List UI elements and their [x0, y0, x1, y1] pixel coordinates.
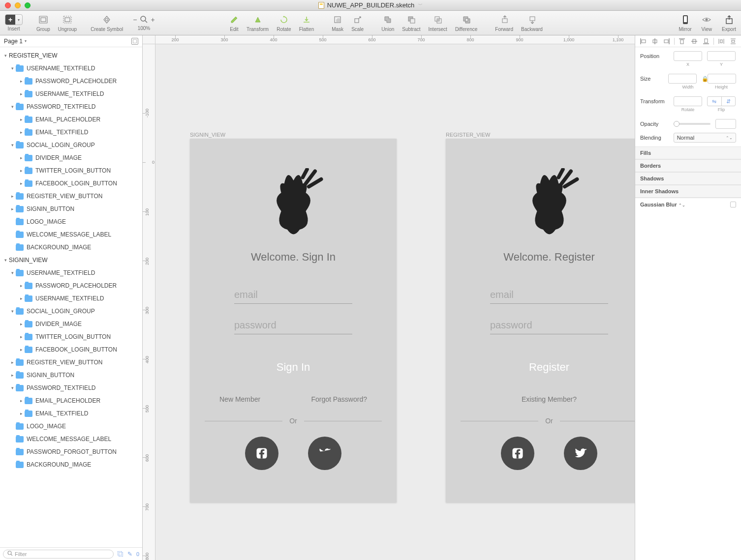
email-field[interactable]	[490, 286, 608, 304]
create-symbol-button[interactable]: Create Symbol	[86, 11, 128, 35]
page-selector[interactable]: Page 1 ▾	[0, 35, 142, 47]
window-minimize-button[interactable]	[15, 2, 21, 8]
layer-item[interactable]: ▸DIVIDER_IMAGE	[0, 151, 142, 164]
layer-item[interactable]: BACKGROUND_IMAGE	[0, 241, 142, 254]
layer-item[interactable]: ▸EMAIL_TEXTFIELD	[0, 126, 142, 139]
borders-section[interactable]: Borders	[635, 159, 741, 172]
existing-member-link[interactable]: Existing Member?	[522, 395, 577, 403]
position-x-input[interactable]	[674, 51, 702, 61]
layer-item[interactable]: ▸EMAIL_PLACEHOLDER	[0, 394, 142, 407]
artboard-label[interactable]: REGISTER_VIEW	[446, 132, 490, 138]
flip-v-icon[interactable]: ⇵	[722, 97, 736, 106]
layer-group[interactable]: ▾USERNAME_TEXTFIELD	[0, 266, 142, 279]
align-hcenter-button[interactable]	[650, 37, 659, 45]
window-zoom-button[interactable]	[25, 2, 31, 8]
flip-segment[interactable]: ⇋⇵	[707, 96, 736, 106]
layer-item[interactable]: ▸SIGNIN_BUTTON	[0, 369, 142, 382]
register-button[interactable]: Register	[529, 361, 569, 374]
layer-item[interactable]: WELCOME_MESSAGE_LABEL	[0, 433, 142, 445]
layer-item[interactable]: ▸SIGNIN_BUTTON	[0, 203, 142, 215]
group-button[interactable]: Group	[32, 14, 54, 32]
email-field[interactable]	[234, 286, 352, 304]
layer-item[interactable]: ▸USERNAME_TEXTFIELD	[0, 88, 142, 100]
layer-item[interactable]: ▸PASSWORD_PLACEHOLDER	[0, 279, 142, 292]
align-bottom-button[interactable]	[702, 37, 710, 45]
new-member-link[interactable]: New Member	[219, 395, 260, 403]
artboard-signin[interactable]: Welcome. Sign In Sign In New Member Forg…	[190, 139, 397, 502]
signin-button[interactable]: Sign In	[277, 361, 310, 374]
inner-shadows-section[interactable]: Inner Shadows	[635, 185, 741, 198]
export-button[interactable]: Export	[717, 11, 741, 35]
layer-item[interactable]: ▸TWITTER_LOGIN_BUTTON	[0, 164, 142, 177]
layer-item[interactable]: ▸TWITTER_LOGIN_BUTTON	[0, 330, 142, 343]
blending-select[interactable]: Normal⌃⌄	[674, 133, 736, 143]
twitter-login-button[interactable]	[564, 437, 597, 470]
position-y-input[interactable]	[707, 51, 736, 61]
canvas-area[interactable]: 2003004005006007008009001,0001,100 -1000…	[143, 35, 635, 560]
fills-section[interactable]: Fills	[635, 147, 741, 159]
zoom-out-button[interactable]: −	[133, 16, 137, 24]
insert-button[interactable]: + ▾ Insert	[0, 11, 28, 35]
gaussian-blur-section[interactable]: Gaussian Blur ⌃⌄	[635, 198, 741, 210]
forward-button[interactable]: Forward	[491, 14, 517, 32]
slice-icon[interactable]: ✎	[127, 551, 132, 558]
twitter-login-button[interactable]	[308, 437, 341, 470]
artboard-row[interactable]: ▾SIGNIN_VIEW	[0, 254, 142, 266]
flip-h-icon[interactable]: ⇋	[708, 97, 722, 106]
layer-item[interactable]: ▸REGISTER_VIEW_BUTTON	[0, 190, 142, 203]
layer-item[interactable]: ▸USERNAME_TEXTFIELD	[0, 292, 142, 305]
scale-button[interactable]: Scale	[347, 14, 368, 32]
layer-item[interactable]: WELCOME_MESSAGE_LABEL	[0, 228, 142, 241]
layer-group[interactable]: ▾USERNAME_TEXTFIELD	[0, 62, 142, 75]
align-top-button[interactable]	[678, 37, 686, 45]
flatten-button[interactable]: Flatten	[295, 14, 318, 32]
intersect-button[interactable]: Intersect	[425, 14, 451, 32]
password-field[interactable]	[490, 317, 608, 334]
layer-group[interactable]: ▾PASSWORD_TEXTFIELD	[0, 100, 142, 113]
distribute-h-button[interactable]	[717, 37, 726, 45]
transform-button[interactable]: Transform	[243, 14, 273, 32]
layer-item[interactable]: LOGO_IMAGE	[0, 215, 142, 228]
layer-group[interactable]: ▾SOCIAL_LOGIN_GROUP	[0, 305, 142, 318]
width-input[interactable]	[668, 74, 697, 84]
filter-input[interactable]: Filter	[3, 550, 114, 559]
artboard-row[interactable]: ▾REGISTER_VIEW	[0, 49, 142, 62]
rotate-input[interactable]	[674, 96, 702, 106]
mirror-button[interactable]: Mirror	[674, 11, 696, 35]
lock-icon[interactable]: 🔒	[702, 76, 708, 82]
difference-button[interactable]: Difference	[451, 14, 481, 32]
zoom-in-button[interactable]: +	[151, 16, 154, 24]
zoom-controls[interactable]: − + 100%	[128, 11, 159, 35]
chevron-down-icon[interactable]: ﹀	[418, 2, 423, 8]
artboard-icon[interactable]	[131, 38, 138, 45]
vertical-ruler[interactable]: -1000100200300400500600700800	[143, 44, 155, 560]
subtract-button[interactable]: Subtract	[398, 14, 424, 32]
layer-item[interactable]: ▸EMAIL_TEXTFIELD	[0, 407, 142, 420]
align-vcenter-button[interactable]	[690, 37, 699, 45]
rotate-button[interactable]: Rotate	[273, 14, 295, 32]
blur-checkbox[interactable]	[730, 202, 736, 207]
layer-item[interactable]: BACKGROUND_IMAGE	[0, 458, 142, 471]
distribute-v-button[interactable]	[729, 37, 738, 45]
height-input[interactable]	[708, 74, 736, 84]
facebook-login-button[interactable]	[245, 437, 278, 470]
backward-button[interactable]: Backward	[517, 14, 547, 32]
artboard-register[interactable]: Welcome. Register Register Existing Memb…	[446, 139, 635, 502]
facebook-login-button[interactable]	[501, 437, 534, 470]
shadows-section[interactable]: Shadows	[635, 172, 741, 185]
edit-button[interactable]: Edit	[226, 14, 243, 32]
ungroup-button[interactable]: Ungroup	[54, 14, 81, 32]
window-close-button[interactable]	[5, 2, 11, 8]
forgot-password-link[interactable]: Forgot Password?	[311, 395, 367, 403]
layer-item[interactable]: ▸DIVIDER_IMAGE	[0, 318, 142, 330]
ruler-origin[interactable]	[143, 35, 155, 44]
horizontal-ruler[interactable]: 2003004005006007008009001,0001,100	[155, 35, 635, 44]
mask-button[interactable]: Mask	[328, 14, 347, 32]
password-field[interactable]	[234, 317, 352, 334]
layer-item[interactable]: ▸EMAIL_PLACEHOLDER	[0, 113, 142, 126]
layer-item[interactable]: ▸FACEBOOK_LOGIN_BUTTON	[0, 343, 142, 356]
align-right-button[interactable]	[662, 37, 671, 45]
layer-item[interactable]: ▸PASSWORD_PLACEHOLDER	[0, 75, 142, 88]
opacity-slider[interactable]	[674, 123, 710, 125]
align-left-button[interactable]	[639, 37, 648, 45]
